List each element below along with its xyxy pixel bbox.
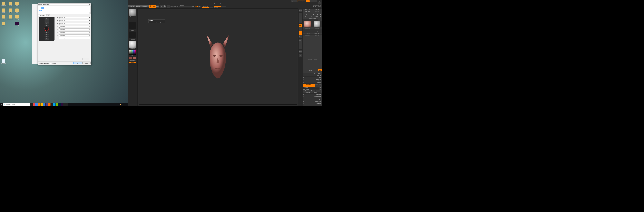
- goz-r-button[interactable]: R: [320, 16, 322, 18]
- menu-zscript[interactable]: Zscript: [218, 2, 222, 4]
- menu-transform[interactable]: Transform: [208, 2, 213, 4]
- taskbar-app[interactable]: [61, 103, 63, 106]
- task-view-icon[interactable]: [30, 103, 33, 106]
- taskbar-app[interactable]: [38, 103, 40, 106]
- brush-thumb[interactable]: [129, 9, 136, 16]
- taskbar-app[interactable]: [56, 103, 58, 106]
- menus-button[interactable]: Menus: [306, 1, 310, 2]
- move-mode-button[interactable]: ↔Move: [156, 5, 159, 8]
- menu-file[interactable]: File: [151, 2, 154, 4]
- k3-indicator[interactable]: K3: [45, 22, 49, 24]
- key-function-select[interactable]: Function Key: [59, 20, 90, 21]
- canvas-btn-b2[interactable]: [299, 16, 302, 20]
- tab-dial[interactable]: Dial: [46, 15, 50, 16]
- key-function-select[interactable]: Function Key: [59, 26, 90, 27]
- key-function-select[interactable]: Function Key: [59, 34, 90, 36]
- desktop-icon[interactable]: Adobe apps: [14, 14, 20, 20]
- desktop-icon[interactable]: games: [14, 1, 20, 6]
- groups-toggle[interactable]: Groups: [314, 84, 318, 85]
- menu-layer[interactable]: Layer: [154, 2, 158, 4]
- close-icon[interactable]: ✕: [320, 1, 321, 2]
- recycle-bin[interactable]: Recycle Bin: [0, 58, 7, 64]
- zcut-button[interactable]: Zcut: [198, 6, 201, 7]
- zsub-button[interactable]: Zsub: [194, 6, 198, 7]
- home-page-button[interactable]: Home Page: [128, 5, 135, 7]
- draw-size-slider[interactable]: [214, 6, 226, 7]
- menu-alpha[interactable]: Alpha: [128, 2, 132, 4]
- disable-express-keys-checkbox[interactable]: Disable express keys: [38, 62, 49, 64]
- close-icon[interactable]: ✕: [88, 4, 90, 5]
- taskbar-clock[interactable]: 22:59 18/03/2020: [123, 103, 128, 106]
- menu-stencil[interactable]: Stencil: [192, 2, 196, 4]
- reconstruct-subdiv-button[interactable]: Reconstruct Subdiv: [303, 47, 322, 58]
- cancel-button[interactable]: Cancel: [82, 62, 90, 64]
- paste-tool-button[interactable]: Paste Tool: [312, 11, 322, 12]
- color-picker[interactable]: [129, 50, 136, 55]
- k6-indicator[interactable]: K6: [45, 34, 49, 35]
- clone-button[interactable]: Clone: [303, 14, 312, 16]
- menu-tool[interactable]: Tool: [205, 2, 208, 4]
- position-header[interactable]: Position: [303, 97, 322, 99]
- divide-button[interactable]: Divide: [303, 70, 318, 71]
- edit-mode-button[interactable]: ✎Edit: [149, 5, 152, 8]
- volume-icon[interactable]: 🔊: [121, 104, 122, 105]
- edgeloop-header[interactable]: EdgeLoop: [303, 75, 322, 77]
- quicksave-button[interactable]: QuickSave: [291, 1, 297, 2]
- polish-toggle[interactable]: Polish: [318, 84, 322, 85]
- taskbar-app[interactable]: [40, 103, 43, 106]
- menu-light[interactable]: Light: [158, 2, 161, 4]
- key-function-select[interactable]: Function Key: [59, 17, 90, 18]
- sculpt-mesh[interactable]: [201, 33, 234, 82]
- menu-edit[interactable]: Edit: [148, 2, 151, 4]
- size-header[interactable]: Size: [303, 99, 322, 101]
- geometry-header[interactable]: Geometry: [303, 31, 322, 33]
- selected-app[interactable]: Other: [39, 10, 42, 11]
- alternate-button[interactable]: Alternate: [129, 62, 136, 63]
- tray-icon[interactable]: ▲: [118, 104, 119, 105]
- blur-slider[interactable]: Blur: [314, 85, 318, 87]
- menu-movie[interactable]: Movie: [174, 2, 177, 4]
- dial-ring[interactable]: [45, 27, 49, 31]
- taskbar-app[interactable]: [48, 103, 50, 106]
- convert-bpr-button[interactable]: Convert BPR To Geo: [303, 59, 322, 70]
- scale-mode-button[interactable]: ⤢Scale: [160, 5, 163, 8]
- zbrush-canvas[interactable]: DIVIDER Click to restore previous positi…: [138, 9, 298, 106]
- tool-thumb[interactable]: [304, 21, 311, 27]
- desktop-icon[interactable]: mock-up: [0, 21, 7, 26]
- reuv-button[interactable]: ReUV: [306, 71, 322, 73]
- taskbar-app[interactable]: [58, 103, 61, 106]
- subtool-header[interactable]: Subtool: [303, 29, 322, 31]
- dm-sub-button[interactable]: Sub: [309, 90, 315, 92]
- tool-thumb[interactable]: [314, 21, 320, 27]
- freeze-subdiv-button[interactable]: Freeze SubDivision Levels: [303, 36, 322, 47]
- network-icon[interactable]: 📶: [120, 104, 121, 105]
- k4-indicator[interactable]: K4: [45, 25, 49, 26]
- texture-thumb[interactable]: [129, 31, 136, 39]
- ok-button[interactable]: OK: [74, 62, 82, 64]
- dynamesh-button[interactable]: DynaMesh: [303, 84, 314, 87]
- shadowbox-header[interactable]: ShadowBox: [303, 78, 322, 80]
- del-lower-button[interactable]: Del Lower: [303, 35, 312, 36]
- k2-indicator[interactable]: K2: [45, 20, 49, 22]
- project-toggle[interactable]: Project: [318, 85, 322, 87]
- k7-indicator[interactable]: K7: [45, 36, 49, 38]
- canvas-btn-bpr[interactable]: BPR: [299, 13, 302, 16]
- canvas-btn-scale[interactable]: Scale: [299, 42, 302, 46]
- goz-button[interactable]: GoZ: [303, 16, 308, 18]
- tool-panel-label[interactable]: Tool: [318, 2, 321, 4]
- gradient-label[interactable]: Gradient: [131, 55, 134, 56]
- zremesher-header[interactable]: ZRemesher: [303, 94, 322, 95]
- menu-texture[interactable]: Texture: [200, 2, 204, 4]
- goz-visible-button[interactable]: Visible: [314, 16, 320, 18]
- menu-zplugin[interactable]: Zplugin: [214, 2, 218, 4]
- tool-name-slider[interactable]: DynaWax12848R: [303, 19, 322, 21]
- create-shell-button[interactable]: Create Shell: [303, 92, 312, 94]
- dynamic-subdiv-header[interactable]: Dynamic Subdiv: [303, 73, 322, 75]
- import-button[interactable]: Import: [303, 12, 312, 14]
- gizmo-button[interactable]: ◇: [166, 5, 170, 8]
- canvas-btn-liveb[interactable]: LiveB: [299, 35, 302, 38]
- menu-stroke[interactable]: Stroke: [196, 2, 200, 4]
- canvas-btn-spix-3[interactable]: SPix 3: [299, 9, 302, 12]
- taskbar-app[interactable]: [33, 103, 35, 106]
- rgb-intensity-slider[interactable]: [179, 6, 191, 7]
